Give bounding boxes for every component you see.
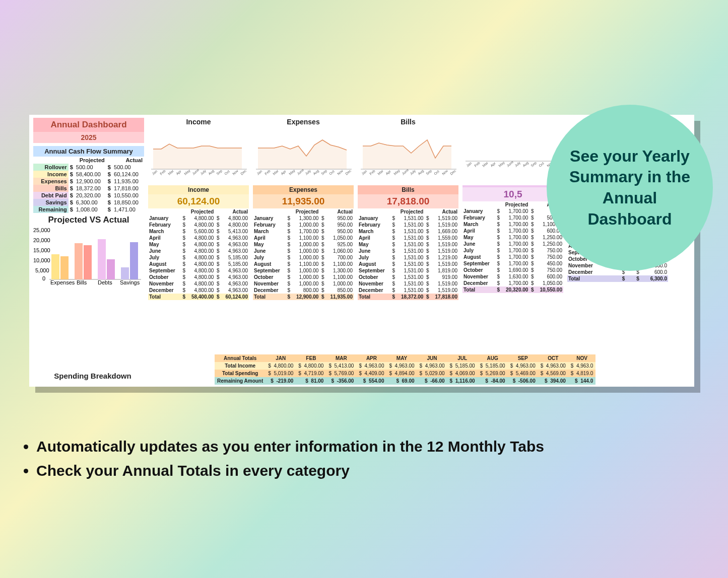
table-row: June $1,531.00 $1,519.00 bbox=[358, 248, 458, 254]
svg-text:20,000: 20,000 bbox=[33, 237, 50, 243]
svg-text:25,000: 25,000 bbox=[33, 227, 50, 233]
svg-text:Jan: Jan bbox=[256, 169, 262, 176]
acf-label: Debt Paid bbox=[33, 192, 69, 199]
mini-chart: Bills JanFebMarAprMayJuneJulyAugSepOctNo… bbox=[358, 118, 458, 183]
table-row: March $1,531.00 $1,669.00 bbox=[358, 228, 458, 235]
table-row: March $5,600.00 $5,413.00 bbox=[148, 228, 249, 235]
table-row: May $1,000.00 $925.00 bbox=[253, 241, 354, 248]
pva-chart: 25,00020,000 15,00010,000 5,0000 Expense… bbox=[33, 225, 144, 285]
svg-text:Expenses: Expenses bbox=[50, 279, 75, 285]
acf-label: Rollover bbox=[33, 164, 69, 171]
acf-label: Bills bbox=[33, 185, 69, 192]
acf-act: $ 18,850.00 bbox=[106, 199, 144, 206]
table-row: May $4,800.00 $4,963.00 bbox=[148, 241, 249, 248]
acf-heading: Annual Cash Flow Summary bbox=[33, 146, 144, 157]
left-column: Annual Dashboard 2025 Annual Cash Flow S… bbox=[33, 118, 144, 286]
table-row: July $1,000.00 $700.00 bbox=[253, 254, 354, 261]
table-row: August $1,100.00 $1,100.00 bbox=[253, 261, 354, 267]
svg-rect-17 bbox=[121, 267, 129, 279]
table-row: May $1,700.00 $1,250.00 bbox=[462, 234, 563, 241]
svg-text:Apr: Apr bbox=[280, 169, 287, 176]
acf-act: $ 17,818.00 bbox=[106, 185, 144, 192]
acf-proj: $ 58,400.00 bbox=[69, 171, 106, 178]
table-row: November $1,000.00 $1,000.00 bbox=[253, 280, 354, 287]
svg-text:July: July bbox=[409, 169, 417, 176]
table-row: October $4,800.00 $4,963.00 bbox=[148, 274, 249, 280]
svg-text:Mar: Mar bbox=[167, 169, 174, 176]
table-row: January $1,531.00 $1,519.00 bbox=[358, 215, 458, 222]
acf-act: $ 60,124.00 bbox=[106, 171, 144, 178]
acf-proj: $ 1,008.00 bbox=[69, 206, 106, 213]
svg-text:0: 0 bbox=[42, 275, 45, 281]
svg-text:Aug: Aug bbox=[417, 169, 425, 176]
svg-text:Apr: Apr bbox=[490, 161, 497, 168]
svg-text:Oct: Oct bbox=[538, 161, 545, 167]
table-row: February $1,700.00 $500.00 bbox=[462, 214, 563, 221]
category-panel: Bills 17,818.00 ProjectedActual January … bbox=[358, 185, 458, 300]
table-row: January $1,700.00 $ bbox=[462, 208, 563, 214]
table-row: April $4,800.00 $4,963.00 bbox=[148, 235, 249, 241]
table-row: September $4,800.00 $4,963.00 bbox=[148, 267, 249, 274]
table-row: December $800.00 $850.00 bbox=[253, 287, 354, 294]
svg-text:Debts: Debts bbox=[98, 279, 112, 285]
svg-text:Aug: Aug bbox=[208, 169, 215, 176]
feature-bullets: Automatically updates as you enter infor… bbox=[36, 438, 544, 486]
acf-proj: $ 18,372.00 bbox=[69, 185, 106, 192]
pva-heading: Projected VS Actual bbox=[33, 215, 144, 225]
table-row: January $4,800.00 $4,800.00 bbox=[148, 215, 249, 222]
svg-text:Sep: Sep bbox=[425, 169, 433, 176]
table-row: September $1,700.00 $450.00 bbox=[462, 260, 563, 267]
table-row: January $1,300.00 $950.00 bbox=[253, 215, 354, 222]
svg-text:Mar: Mar bbox=[272, 169, 279, 176]
table-row: December $1,700.00 $1,050.00 bbox=[462, 280, 563, 286]
table-row: July $1,700.00 $750.00 bbox=[462, 247, 563, 254]
svg-text:Nov: Nov bbox=[337, 169, 344, 176]
svg-text:Mar: Mar bbox=[377, 169, 384, 176]
svg-text:Dec: Dec bbox=[345, 169, 352, 176]
svg-text:Sep: Sep bbox=[320, 169, 328, 176]
svg-text:Nov: Nov bbox=[232, 169, 239, 176]
svg-text:Dec: Dec bbox=[449, 169, 456, 176]
table-row: July $1,531.00 $1,219.00 bbox=[358, 254, 458, 261]
acf-label: Expenses bbox=[33, 178, 69, 185]
svg-text:Oct: Oct bbox=[328, 169, 335, 175]
svg-text:Aug: Aug bbox=[522, 161, 530, 168]
svg-rect-11 bbox=[51, 254, 59, 279]
table-row: June $4,800.00 $4,963.00 bbox=[148, 248, 249, 254]
table-row: November $1,630.00 $600.00 bbox=[462, 273, 563, 280]
svg-text:May: May bbox=[498, 161, 506, 168]
svg-text:Feb: Feb bbox=[159, 169, 166, 176]
table-row: December $1,531.00 $1,519.00 bbox=[358, 287, 458, 294]
acf-act: $ 11,935.00 bbox=[106, 178, 144, 185]
table-row: August $1,700.00 $750.00 bbox=[462, 254, 563, 260]
svg-text:July: July bbox=[514, 161, 521, 168]
table-row: April $1,531.00 $1,559.00 bbox=[358, 235, 458, 241]
table-row: September $1,000.00 $1,300.00 bbox=[253, 267, 354, 274]
acf-table: ProjectedActual Rollover $ 500.00 $ 500.… bbox=[33, 157, 144, 213]
svg-text:Apr: Apr bbox=[175, 169, 182, 176]
mini-chart: Income JanFebMarAprMayJuneJulyAugSepOctN… bbox=[148, 118, 249, 183]
svg-rect-13 bbox=[75, 243, 83, 279]
table-row: March $1,700.00 $950.00 bbox=[253, 228, 354, 235]
svg-text:Nov: Nov bbox=[441, 169, 448, 176]
svg-text:Aug: Aug bbox=[312, 169, 320, 176]
category-panel: Expenses 11,935.00 ProjectedActual Janua… bbox=[253, 185, 354, 300]
svg-text:Jan: Jan bbox=[361, 169, 367, 176]
acf-proj: $ 6,300.00 bbox=[69, 199, 106, 206]
svg-rect-12 bbox=[60, 256, 69, 279]
table-row: February $4,800.00 $4,800.00 bbox=[148, 222, 249, 228]
acf-label: Savings bbox=[33, 199, 69, 206]
table-row: November $4,800.00 $4,963.00 bbox=[148, 280, 249, 287]
spending-pie: 29.4% bbox=[42, 380, 143, 387]
svg-text:5,000: 5,000 bbox=[35, 267, 49, 273]
bullet-1: Automatically updates as you enter infor… bbox=[36, 438, 544, 455]
acf-label: Remaining bbox=[33, 206, 69, 213]
svg-text:Savings: Savings bbox=[120, 279, 140, 285]
acf-proj: $ 12,900.00 bbox=[69, 178, 106, 185]
acf-label: Income bbox=[33, 171, 69, 178]
svg-text:July: July bbox=[200, 169, 207, 176]
svg-text:10,000: 10,000 bbox=[33, 257, 50, 263]
svg-text:Jan: Jan bbox=[466, 161, 472, 168]
dashboard-year: 2025 bbox=[33, 132, 144, 143]
table-row: August $4,800.00 $5,185.00 bbox=[148, 261, 249, 267]
